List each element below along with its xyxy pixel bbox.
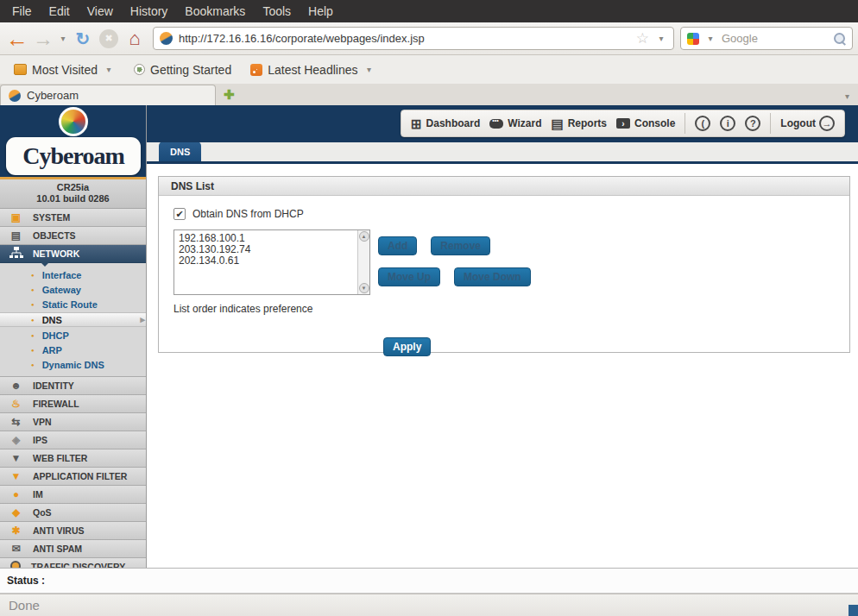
stop-button[interactable]: ✖ — [99, 29, 118, 48]
browser-toolbar: ← → ▾ ↻ ✖ ⌂ ☆ ▾ ▾ — [0, 22, 858, 55]
back-button[interactable]: ← — [5, 28, 29, 50]
refresh-button[interactable]: ↻ — [71, 30, 95, 47]
divider — [770, 113, 771, 134]
firewall-icon: ♨ — [9, 399, 23, 409]
submenu-item-dynamic-dns[interactable]: ● Dynamic DNS — [0, 357, 146, 372]
menu-bookmarks[interactable]: Bookmarks — [176, 3, 254, 20]
chevron-down-icon: ▾ — [103, 65, 115, 74]
content-area: DNS List ✔ Obtain DNS from DHCP 192.168.… — [147, 164, 858, 568]
remove-button[interactable]: Remove — [431, 236, 490, 255]
menu-history[interactable]: History — [122, 3, 177, 20]
sidebar-item-label: QoS — [33, 507, 52, 518]
sidebar: Cyberoam CR25ia 10.01 build 0286 ▣ SYSTE… — [0, 105, 147, 568]
sidebar-item-system[interactable]: ▣ SYSTEM — [0, 209, 146, 227]
info-icon[interactable]: i — [720, 116, 735, 131]
submenu-item-dns[interactable]: ● DNS ▸ — [0, 312, 146, 327]
dns-server-item[interactable]: 202.134.0.61 — [179, 255, 353, 267]
qos-icon: ◆ — [9, 507, 23, 518]
url-dropdown-caret-icon[interactable]: ▾ — [655, 34, 667, 43]
sidebar-item-anti-virus[interactable]: ✱ ANTI VIRUS — [0, 522, 146, 540]
url-input[interactable] — [179, 32, 630, 45]
dashboard-button[interactable]: ⊞ Dashboard — [411, 117, 480, 130]
submenu-item-gateway[interactable]: ● Gateway — [0, 282, 146, 297]
dashboard-label: Dashboard — [426, 117, 481, 129]
apply-button[interactable]: Apply — [383, 337, 431, 356]
move-down-button[interactable]: Move Down — [454, 267, 531, 286]
tab-cyberoam[interactable]: Cyberoam — [0, 85, 216, 105]
sidebar-item-objects[interactable]: ▤ OBJECTS — [0, 227, 146, 245]
sidebar-item-application-filter[interactable]: ▼ APPLICATION FILTER — [0, 468, 146, 486]
console-icon: › — [616, 118, 630, 129]
ips-shield-icon: ◈ — [9, 435, 23, 445]
scroll-down-icon[interactable]: ▼ — [359, 283, 369, 293]
scroll-up-icon[interactable]: ▲ — [359, 231, 369, 242]
sidebar-item-network[interactable]: NETWORK — [0, 245, 146, 263]
bookmark-latest-headlines[interactable]: Latest Headlines ▾ — [243, 61, 382, 79]
sidebar-item-anti-spam[interactable]: ✉ ANTI SPAM — [0, 540, 146, 558]
add-button[interactable]: Add — [378, 236, 417, 255]
submenu-item-static-route[interactable]: ● Static Route — [0, 297, 146, 311]
bookmark-getting-started[interactable]: Getting Started — [127, 61, 238, 79]
support-phone-icon[interactable]: ( — [695, 116, 710, 131]
sidebar-item-label: APPLICATION FILTER — [33, 471, 127, 481]
rss-icon — [250, 64, 262, 76]
web-filter-funnel-icon: ▼ — [9, 453, 23, 463]
browser-status-bar: Done — [0, 594, 858, 616]
tab-dns[interactable]: DNS — [159, 141, 201, 161]
sidebar-item-web-filter[interactable]: ▼ WEB FILTER — [0, 449, 146, 468]
admin-toolbar: ⊞ Dashboard Wizard ▤ Reports › Console — [401, 110, 845, 137]
dns-list-panel: DNS List ✔ Obtain DNS from DHCP 192.168.… — [158, 176, 850, 353]
logo-area: Cyberoam — [0, 105, 146, 177]
cyberoam-logo: Cyberoam — [6, 137, 141, 175]
sidebar-item-identity[interactable]: ☻ IDENTITY — [0, 377, 146, 395]
chevron-down-icon: ▾ — [363, 65, 375, 74]
sidebar-item-label: VPN — [33, 417, 52, 427]
bullet-icon: ● — [31, 333, 35, 338]
bookmark-star-icon[interactable]: ☆ — [636, 29, 649, 47]
page-status-bar: Status : — [0, 568, 858, 594]
submenu-item-arp[interactable]: ● ARP — [0, 343, 146, 357]
help-icon[interactable]: ? — [745, 116, 760, 131]
application-filter-funnel-icon: ▼ — [9, 471, 23, 481]
sidebar-item-vpn[interactable]: ⇆ VPN — [0, 413, 146, 431]
list-all-tabs-caret-icon[interactable]: ▾ — [845, 91, 849, 101]
obtain-dns-checkbox[interactable]: ✔ — [173, 208, 186, 220]
sidebar-item-im[interactable]: ● IM — [0, 486, 146, 504]
dns-server-listbox[interactable]: 192.168.100.1 203.130.192.74 202.134.0.6… — [173, 229, 370, 295]
resize-grip[interactable] — [849, 605, 858, 616]
history-dropdown-caret-icon[interactable]: ▾ — [57, 34, 69, 43]
menu-view[interactable]: View — [79, 3, 122, 20]
google-logo-icon[interactable] — [687, 33, 699, 45]
bookmark-most-visited[interactable]: Most Visited ▾ — [7, 61, 122, 79]
menu-edit[interactable]: Edit — [41, 3, 79, 20]
list-order-hint: List order indicates preference — [173, 303, 849, 315]
site-favicon-icon[interactable] — [160, 32, 173, 45]
search-engine-caret-icon[interactable]: ▾ — [704, 34, 716, 43]
sidebar-item-ips[interactable]: ◈ IPS — [0, 431, 146, 449]
sidebar-item-qos[interactable]: ◆ QoS — [0, 504, 146, 522]
submenu-label: ARP — [42, 345, 62, 355]
forward-button[interactable]: → — [31, 28, 55, 49]
wizard-button[interactable]: Wizard — [489, 117, 541, 129]
move-up-button[interactable]: Move Up — [378, 267, 440, 286]
submenu-label: Static Route — [42, 299, 98, 310]
reports-button[interactable]: ▤ Reports — [551, 117, 607, 130]
search-icon[interactable] — [833, 32, 846, 45]
sidebar-item-label: ANTI SPAM — [33, 544, 82, 554]
menu-tools[interactable]: Tools — [254, 3, 300, 20]
menu-file[interactable]: File — [3, 3, 41, 20]
logout-arrow-icon: → — [819, 116, 835, 131]
search-input[interactable] — [722, 32, 828, 45]
reports-icon: ▤ — [551, 117, 563, 130]
new-tab-button[interactable]: ✚ — [216, 87, 243, 105]
submenu-item-interface[interactable]: ● Interface — [0, 267, 146, 282]
submenu-item-dhcp[interactable]: ● DHCP — [0, 328, 146, 343]
sidebar-item-firewall[interactable]: ♨ FIREWALL — [0, 395, 146, 413]
sidebar-item-traffic-discovery[interactable]: TRAFFIC DISCOVERY — [0, 558, 146, 568]
console-button[interactable]: › Console — [616, 117, 675, 129]
home-button[interactable]: ⌂ — [123, 29, 147, 48]
menu-help[interactable]: Help — [300, 3, 342, 20]
listbox-scrollbar[interactable]: ▲ ▼ — [357, 230, 369, 294]
logout-button[interactable]: Logout → — [780, 116, 835, 131]
tab-bar: Cyberoam ✚ ▾ — [0, 84, 858, 105]
